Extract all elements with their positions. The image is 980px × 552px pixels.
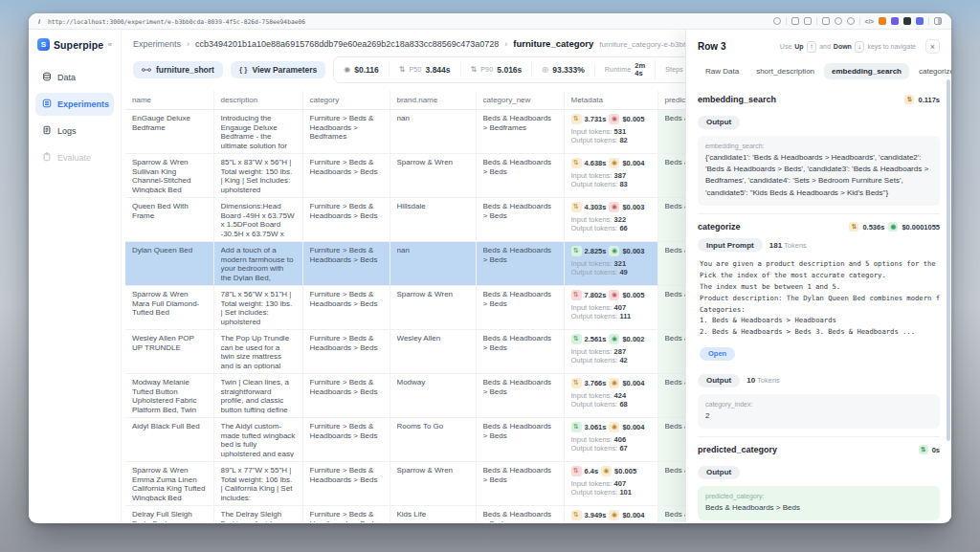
address-bar[interactable]: http://localhost:3000/experiment/e-b3bb0… [48, 18, 305, 25]
globe-icon[interactable] [835, 17, 842, 25]
breadcrumb-separator: › [187, 39, 189, 49]
latency-badge-icon: ⇅ [904, 95, 914, 104]
cell-category: Furniture > Beds & Headboards > Beds [302, 329, 390, 373]
breadcrumb-experiment-hash[interactable]: ccb3494201b1a10e88a6915768ddb79e60ea269b… [195, 39, 499, 49]
cell-name: Modway Melanie Tufted Button Upholstered… [125, 373, 213, 417]
cell-category-new: Beds & Headboards > Beds [476, 417, 564, 461]
open-prompt-button[interactable]: Open [700, 347, 735, 361]
embedding-output-box: embedding_search: {'candidate1': 'Beds &… [698, 136, 940, 207]
navigation-hint: UseUp ↑ andDown ↓ keys to navigate [780, 41, 916, 53]
camera-icon[interactable] [804, 17, 812, 25]
cell-brand: Modway [390, 373, 476, 417]
latency-badge-icon: ⇅ [571, 202, 582, 212]
cell-brand: nan [390, 109, 476, 153]
cell-name: Aidyl Black Full Bed [125, 417, 213, 461]
app-title: Superpipe [54, 39, 103, 51]
metric-p50: ⇅ P50 3.844s [390, 63, 461, 77]
latency-badge-icon: ⇅ [571, 334, 582, 344]
cell-description: 78"L x 56"W x 51"H | Total weight: 130 l… [213, 285, 302, 329]
link-icon[interactable] [773, 17, 781, 25]
cell-category: Furniture > Beds & Headboards > Beds [302, 417, 390, 461]
sidebar-item-label: Experiments [57, 99, 109, 109]
cell-metadata: ⇅ 2.561s ◉ $0.002 Input tokens: 287 Outp… [564, 329, 657, 373]
cell-description: 89"L x 77"W x 55"H | Total weight: 106 l… [213, 461, 302, 505]
code-extension-icon[interactable]: </> [865, 18, 874, 25]
cell-category-new: Beds & Headboards > Beds [476, 285, 564, 329]
sidebar-item-evaluate[interactable]: Evaluate [35, 146, 114, 169]
sidebar-toggle-icon[interactable] [934, 17, 942, 25]
flag-icon[interactable] [791, 17, 799, 25]
categorize-output-box: category_index: 2 [698, 394, 940, 429]
latency-badge-icon: ⇅ [571, 510, 582, 520]
column-header-description[interactable]: description [213, 91, 302, 110]
cost-badge-icon: ◉ [609, 422, 619, 432]
output-chip: Output [698, 374, 740, 387]
cost-badge-icon: ◉ [601, 466, 612, 476]
compass-icon[interactable] [847, 17, 855, 25]
superpipe-logo-icon: S [37, 38, 50, 51]
blue-extension-icon[interactable] [916, 17, 924, 25]
sidebar-item-logs[interactable]: Logs [35, 120, 114, 143]
sidebar-item-experiments[interactable]: Experiments [35, 93, 114, 116]
cell-description: Dimensions:Head Board -49H x 63.75W x 1.… [213, 197, 302, 241]
close-panel-button[interactable]: × [925, 39, 940, 54]
cell-description: The Delray Sleigh Bed is perfect for tra… [213, 505, 302, 522]
arrow-up-key-icon: ↑ [807, 41, 817, 53]
cell-brand: Sparrow & Wren [390, 461, 476, 505]
cell-category-new: Beds & Headboards > Bedframes [476, 109, 564, 153]
output-chip: Output [698, 466, 740, 479]
sidebar-collapse-button[interactable]: « [108, 40, 112, 49]
sidebar-item-label: Logs [57, 126, 77, 136]
metric-runtime: Runtime 2m4s [595, 60, 656, 79]
cell-brand: Hillsdale [390, 197, 476, 241]
cell-brand: Kids Life [390, 505, 476, 522]
cell-metadata: ⇅ 3.731s ◉ $0.005 Input tokens: 531 Outp… [564, 109, 657, 153]
experiments-icon [42, 99, 52, 110]
metrics-bar: ◉ $0.116 ⇅ P50 3.844s ⇅ P90 5.016s ◎ [333, 56, 702, 83]
cell-description: 85"L x 83"W x 56"H | Total weight: 150 l… [213, 153, 302, 197]
database-icon [42, 72, 52, 83]
latency-badge-icon: ⇅ [849, 222, 858, 232]
accuracy-icon: ◎ [542, 65, 548, 74]
predicted-output-box: predicted_category: Beds & Headboards > … [698, 486, 940, 520]
purple-extension-icon[interactable] [891, 17, 899, 25]
column-header-name[interactable]: name [125, 91, 213, 110]
categorize-section: categorize ⇅ 0.536s ◉ $0.0001055 Input P… [698, 213, 940, 436]
cost-badge-icon: ◉ [609, 114, 619, 124]
column-header-metadata[interactable]: Metadata [564, 91, 657, 110]
latency-badge-icon: ⇅ [571, 246, 582, 256]
window-icon[interactable] [822, 17, 830, 25]
cell-brand: Sparrow & Wren [390, 285, 476, 329]
braces-icon: { } [239, 65, 247, 74]
pipeline-icon [142, 66, 151, 74]
dark-extension-icon[interactable] [903, 17, 911, 25]
panel-tab-short-description[interactable]: short_description [748, 63, 822, 79]
panel-tab-raw-data[interactable]: Raw Data [698, 63, 746, 79]
column-header-category-new[interactable]: category_new [476, 91, 564, 110]
cost-badge-icon: ◉ [609, 510, 619, 520]
cell-category: Furniture > Beds & Headboards > Beds [302, 153, 390, 197]
cell-metadata: ⇅ 6.4s ◉ $0.005 Input tokens: 407 Output… [564, 461, 657, 505]
panel-scrollbar[interactable] [947, 79, 950, 441]
sidebar-item-data[interactable]: Data [35, 66, 114, 89]
metamask-extension-icon[interactable] [879, 17, 886, 25]
panel-tabs: Raw Datashort_descriptionembedding_searc… [698, 63, 951, 79]
page-title: furniture_category [513, 38, 593, 49]
sidebar-item-label: Evaluate [57, 153, 91, 163]
cell-metadata: ⇅ 4.638s ◉ $0.004 Input tokens: 387 Outp… [564, 153, 657, 197]
pipeline-chip[interactable]: furniture_short [133, 61, 223, 78]
column-header-brand-name[interactable]: brand.name [390, 91, 476, 110]
column-header-category[interactable]: category [302, 91, 390, 110]
section-title: categorize [698, 222, 741, 232]
breadcrumb-experiments[interactable]: Experiments [133, 39, 181, 49]
output-chip: Output [698, 116, 740, 129]
panel-tab-categorize[interactable]: categorize [911, 63, 951, 79]
metric-accuracy: ◎ 93.333% [532, 63, 595, 77]
cell-brand: nan [390, 241, 476, 285]
page-info-icon[interactable]: i [38, 18, 40, 25]
input-prompt-text: You are given a product description and … [700, 258, 940, 338]
main-content: Experiments › ccb3494201b1a10e88a6915768… [122, 30, 951, 522]
view-parameters-button[interactable]: { } View Parameters [231, 61, 325, 78]
panel-tab-embedding-search[interactable]: embedding_search [824, 63, 909, 79]
cost-badge-icon: ◉ [888, 222, 898, 232]
